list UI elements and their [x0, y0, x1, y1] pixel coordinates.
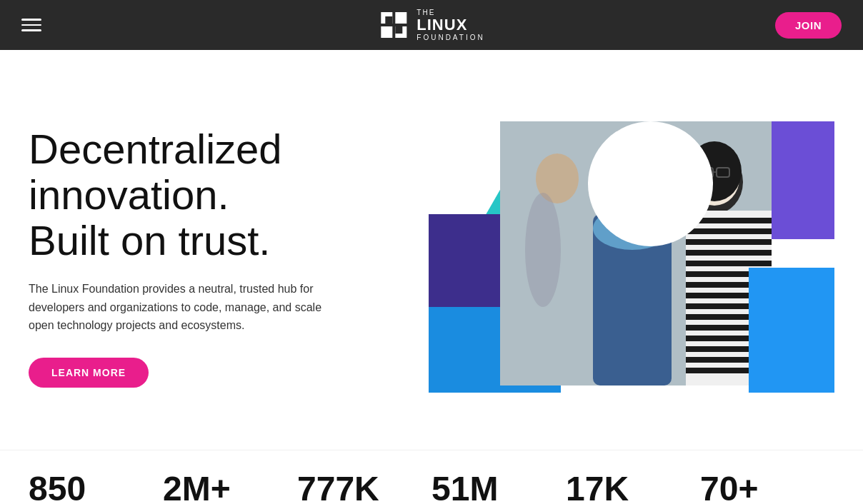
stat-item: 850open sourceprojects ›: [29, 472, 163, 504]
logo-icon: [378, 9, 409, 41]
learn-more-button[interactable]: LEARN MORE: [29, 358, 149, 388]
hero-left: Decentralized innovation. Built on trust…: [29, 126, 400, 388]
join-button[interactable]: JOIN: [775, 12, 842, 39]
svg-point-42: [525, 193, 561, 307]
hamburger-menu[interactable]: [21, 19, 41, 31]
svg-rect-2: [395, 12, 406, 24]
header: THE LINUX FOUNDATION JOIN: [0, 0, 863, 50]
svg-rect-28: [686, 228, 772, 234]
stat-number: 17K: [566, 472, 693, 504]
white-circle-shape: [588, 121, 713, 246]
stat-item: 51Mlines of codeadded weekly ›: [432, 472, 566, 504]
stat-item: 2M+developers trained ›: [163, 472, 297, 504]
svg-rect-5: [385, 16, 392, 24]
stat-number: 850: [29, 472, 156, 504]
blue-rect-right-shape: [749, 268, 834, 393]
stat-number: 2M+: [163, 472, 290, 504]
stat-item: 17Kcontributing organizations ›: [566, 472, 700, 504]
hero-image-area: [414, 121, 834, 393]
stat-item: 777Kdevelopers contributingcode ›: [297, 472, 432, 504]
svg-rect-31: [686, 261, 772, 266]
hero-description: The Linux Foundation provides a neutral,…: [29, 280, 336, 335]
stats-bar: 850open sourceprojects ›2M+developers tr…: [0, 450, 863, 504]
svg-rect-30: [686, 250, 772, 256]
hero-title: Decentralized innovation. Built on trust…: [29, 126, 400, 263]
stat-number: 51M: [432, 472, 559, 504]
svg-rect-29: [686, 239, 772, 245]
svg-rect-6: [395, 26, 402, 34]
logo-text: THE LINUX FOUNDATION: [416, 9, 484, 41]
logo[interactable]: THE LINUX FOUNDATION: [378, 9, 484, 41]
svg-rect-3: [381, 26, 392, 38]
hero-section: Decentralized innovation. Built on trust…: [0, 50, 863, 450]
stat-number: 70+: [700, 472, 827, 504]
stat-number: 777K: [297, 472, 424, 504]
stat-item: 70+upcoming events ›: [700, 472, 834, 504]
